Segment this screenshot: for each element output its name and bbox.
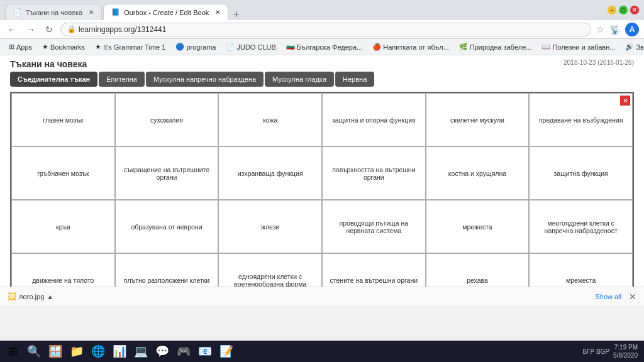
file-icon: 🖼 <box>8 292 16 302</box>
puzzle-cell-r2c1[interactable]: гръбначен мозък <box>11 146 115 200</box>
system-tray: БГР BGP <box>583 348 610 355</box>
taskbar-right: БГР BGP 7:19 PM 5/8/2020 <box>583 343 641 359</box>
tab-1-label: Тъкани на човека <box>26 9 82 16</box>
windows-icon: ⊞ <box>8 344 18 358</box>
bookmark-apps[interactable]: ⊞ Apps <box>5 41 36 52</box>
bookmark-star-icon[interactable]: ☆ <box>596 25 604 35</box>
taskbar-excel[interactable]: 📊 <box>109 342 130 361</box>
puzzle-cell-r2c6[interactable]: защитна функция <box>529 146 633 200</box>
forward-button[interactable]: → <box>24 23 38 36</box>
bookmark-bookmarks[interactable]: ★ Bookmarks <box>38 41 89 52</box>
user-avatar[interactable]: A <box>625 23 639 36</box>
puzzle-cell-r1c4[interactable]: защитна и опорна функция <box>322 93 426 146</box>
show-all-button[interactable]: Show all <box>595 293 621 300</box>
window-controls: − □ ✕ <box>608 6 639 14</box>
polezni-icon: 📖 <box>541 43 550 51</box>
puzzle-cell-r3c2[interactable]: образувана от неврони <box>115 200 219 253</box>
apps-icon: ⊞ <box>9 43 14 51</box>
tab-muskulna-gladka[interactable]: Мускулна гладка <box>265 72 334 87</box>
page-date: 2018-10-23 (2016-01-26) <box>564 59 634 66</box>
file-explorer-icon: 📁 <box>70 344 84 358</box>
back-button[interactable]: ← <box>5 23 19 36</box>
bookmark-judo-label: JUDO CLUB <box>236 43 275 51</box>
tab-muskulna-naprechno[interactable]: Мускулна напречно набраздена <box>146 72 264 87</box>
word-icon: 📝 <box>219 344 233 358</box>
bookmark-zvuk[interactable]: 🔊 Звук в презентаци... <box>621 41 644 52</box>
taskbar-app5[interactable]: 🎮 <box>174 342 194 361</box>
puzzle-cell-r4c2[interactable]: плътно разположени клетки <box>115 253 219 287</box>
puzzle-grid: главен мозък сухожилия кожа защитна и оп… <box>11 93 633 287</box>
judo-icon: 📄 <box>226 43 235 51</box>
tray-indicator: БГР BGP <box>583 348 610 355</box>
tab-1-favicon: 📄 <box>13 8 22 16</box>
puzzle-cell-r1c6[interactable]: предаване на възбуждения <box>529 93 633 146</box>
puzzle-cell-r4c1[interactable]: движение на тялото <box>11 253 115 287</box>
puzzle-cell-r3c6[interactable]: многоядрени клетки с напречна набраздено… <box>529 200 633 253</box>
puzzle-cell-r2c2[interactable]: съкращение на вътрешните органи <box>115 146 219 200</box>
puzzle-cell-r4c4[interactable]: стените на вътрешни органи <box>322 253 426 287</box>
puzzle-cell-r3c3[interactable]: жлези <box>218 200 322 253</box>
taskbar-word[interactable]: 📝 <box>216 342 236 361</box>
cast-icon[interactable]: 📡 <box>609 25 620 35</box>
time-text: 7:19 PM <box>613 343 638 351</box>
puzzle-cell-r2c4[interactable]: повърхността на вътрешни органи <box>322 146 426 200</box>
puzzle-cell-r4c6[interactable]: мрежеста <box>529 253 633 287</box>
puzzle-cell-r1c1[interactable]: главен мозък <box>11 93 115 146</box>
chrome-icon: 🌐 <box>91 344 105 358</box>
taskbar-teams[interactable]: 💬 <box>152 342 172 361</box>
tab-1-close[interactable]: ✕ <box>89 9 94 16</box>
puzzle-cell-r4c3[interactable]: едноядрени клетки с вретенообразна форма <box>218 253 322 287</box>
bookmark-programa[interactable]: 🔵 programa <box>172 41 219 52</box>
download-caret-icon[interactable]: ▲ <box>47 293 53 300</box>
reload-button[interactable]: ↻ <box>43 23 55 36</box>
tab-1[interactable]: 📄 Тъкани на човека ✕ <box>5 4 102 20</box>
napitkata-icon: 🍎 <box>372 43 381 51</box>
bookmark-bookmarks-label: Bookmarks <box>50 43 85 51</box>
taskbar-vscode[interactable]: 💻 <box>131 342 151 361</box>
bookmark-polezni[interactable]: 📖 Полезни и забавн... <box>538 41 619 52</box>
minimize-button[interactable]: − <box>608 6 616 14</box>
puzzle-cell-r3c4[interactable]: проводящи пътища на нервната система <box>322 200 426 253</box>
taskbar-app6[interactable]: 📧 <box>195 342 215 361</box>
taskbar-chrome[interactable]: 🌐 <box>88 342 108 361</box>
puzzle-cell-r1c2[interactable]: сухожилия <box>115 93 219 146</box>
new-tab-button[interactable]: + <box>230 9 243 20</box>
bookmark-apps-label: Apps <box>16 43 32 51</box>
tab-2-label: Ourbox - Create / Edit Book <box>124 9 209 16</box>
download-close-icon[interactable]: ✕ <box>629 292 636 302</box>
taskbar-file-explorer[interactable]: 📁 <box>67 342 87 361</box>
grammar-icon: ★ <box>95 43 101 51</box>
tab-2-favicon: 📘 <box>111 8 120 16</box>
user-initial: A <box>630 25 635 34</box>
start-button[interactable]: ⊞ <box>3 342 23 361</box>
puzzle-cell-r1c3[interactable]: кожа <box>218 93 322 146</box>
puzzle-close-button[interactable]: ✕ <box>620 96 630 106</box>
page-title: Тъкани на човека <box>10 59 87 69</box>
bookmark-judo[interactable]: 📄 JUDO CLUB <box>222 41 279 52</box>
puzzle-cell-r3c1[interactable]: кръв <box>11 200 115 253</box>
bookmarks-bar: ⊞ Apps ★ Bookmarks ★ It's Grammar Time 1… <box>0 39 644 55</box>
bookmark-programa-label: programa <box>186 43 216 51</box>
puzzle-cell-r3c5[interactable]: мрежеста <box>426 200 530 253</box>
maximize-button[interactable]: □ <box>619 6 628 14</box>
puzzle-cell-r2c3[interactable]: изхранваща функция <box>218 146 322 200</box>
close-window-button[interactable]: ✕ <box>630 6 639 14</box>
taskbar-task-view[interactable]: 🪟 <box>45 342 65 361</box>
tab-nervna[interactable]: Нервна <box>335 72 374 87</box>
puzzle-cell-r1c5[interactable]: скелетни мускули <box>426 93 530 146</box>
bookmark-balgarska[interactable]: 🇧🇬 Българска Федера... <box>282 41 366 52</box>
bookmark-grammar[interactable]: ★ It's Grammar Time 1 <box>91 41 169 52</box>
puzzle-cell-r4c5[interactable]: рехава <box>426 253 530 287</box>
tab-2-close[interactable]: ✕ <box>215 9 220 16</box>
address-bar: ← → ↻ 🔒 learningapps.org/1312441 ☆ 📡 A <box>0 20 644 39</box>
puzzle-cell-r2c5[interactable]: костна и хрущялна <box>426 146 530 200</box>
bookmark-prirodna[interactable]: 🌿 Природна забеле... <box>455 41 536 52</box>
bookmark-napitkata[interactable]: 🍎 Напитката от ябъл... <box>369 41 453 52</box>
tab-2[interactable]: 📘 Ourbox - Create / Edit Book ✕ <box>103 4 228 20</box>
tab-epitelna[interactable]: Епителна <box>99 72 145 87</box>
tab-saedinitelna[interactable]: Съединителна тъкан <box>10 72 97 87</box>
taskbar-search[interactable]: 🔍 <box>24 342 44 361</box>
address-input[interactable]: 🔒 learningapps.org/1312441 <box>60 23 591 36</box>
date-text: 5/8/2020 <box>613 351 638 359</box>
vscode-icon: 💻 <box>134 344 148 358</box>
